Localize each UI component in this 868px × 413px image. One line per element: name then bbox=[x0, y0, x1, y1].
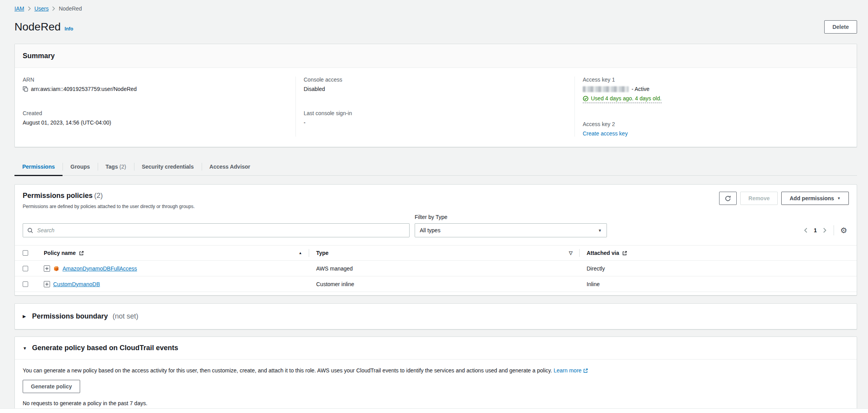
remove-button[interactable]: Remove bbox=[740, 192, 778, 205]
policy-type: AWS managed bbox=[316, 265, 353, 272]
console-access-field: Console access Disabled bbox=[304, 77, 567, 92]
access-key1-label: Access key 1 bbox=[583, 77, 849, 83]
divider bbox=[834, 225, 834, 235]
arn-label: ARN bbox=[23, 77, 288, 83]
row-checkbox[interactable] bbox=[23, 266, 28, 271]
page-header: NodeRed Info Delete bbox=[14, 20, 857, 34]
delete-button[interactable]: Delete bbox=[824, 20, 857, 34]
policies-table-header: Policy name ▲ Type ▽ Attached via bbox=[15, 245, 857, 261]
external-link-icon bbox=[583, 368, 588, 373]
arn-value: arn:aws:iam::409192537759:user/NodeRed bbox=[31, 86, 137, 92]
current-page-number[interactable]: 1 bbox=[810, 227, 821, 233]
breadcrumb-current: NodeRed bbox=[59, 5, 82, 12]
page-title: NodeRed bbox=[14, 21, 61, 33]
search-input[interactable] bbox=[36, 227, 405, 234]
policy-type: Customer inline bbox=[316, 281, 354, 287]
permissions-policies-title: Permissions policies bbox=[23, 192, 93, 199]
previous-page-button[interactable] bbox=[802, 226, 810, 235]
created-label: Created bbox=[23, 110, 288, 116]
column-header-type[interactable]: Type ▽ bbox=[309, 246, 580, 260]
caret-right-icon: ▶ bbox=[23, 314, 27, 319]
last-signin-label: Last console sign-in bbox=[304, 110, 567, 116]
breadcrumb-link-iam[interactable]: IAM bbox=[14, 5, 24, 12]
generate-policy-body: You can generate a new policy based on t… bbox=[15, 360, 857, 413]
permissions-policies-description: Permissions are defined by policies atta… bbox=[23, 204, 195, 209]
tab-groups[interactable]: Groups bbox=[63, 158, 98, 175]
permissions-policies-header: Permissions policies (2) Permissions are… bbox=[15, 185, 857, 211]
iam-user-detail-page: IAM Users NodeRed NodeRed Info Delete Su… bbox=[0, 0, 868, 413]
next-page-button[interactable] bbox=[821, 226, 829, 235]
last-signin-field: Last console sign-in - bbox=[304, 110, 567, 126]
type-filter-select[interactable]: All types ▼ bbox=[415, 223, 607, 237]
select-all-checkbox[interactable] bbox=[23, 250, 28, 256]
pagination: 1 ⚙ bbox=[802, 223, 849, 237]
permissions-policies-actions: Remove Add permissions▼ bbox=[719, 192, 849, 205]
permissions-boundary-title: Permissions boundary bbox=[32, 312, 108, 320]
expand-row-icon[interactable] bbox=[44, 265, 50, 272]
tab-access-advisor[interactable]: Access Advisor bbox=[202, 158, 258, 175]
access-key1-field: Access key 1 - Active Used 4 days ago. 4… bbox=[583, 77, 849, 103]
search-box bbox=[23, 223, 410, 237]
sort-ascending-icon[interactable]: ▲ bbox=[299, 251, 302, 255]
access-key2-label: Access key 2 bbox=[583, 121, 849, 127]
tab-tags[interactable]: Tags (2) bbox=[98, 158, 134, 175]
type-filter-value: All types bbox=[420, 227, 440, 233]
redacted-access-key bbox=[583, 86, 629, 92]
generate-policy-card: ▼ Generate policy based on CloudTrail ev… bbox=[14, 336, 857, 413]
access-key1-status: - Active bbox=[632, 86, 650, 92]
policies-table: Policy name ▲ Type ▽ Attached via bbox=[15, 245, 857, 295]
tab-permissions[interactable]: Permissions bbox=[14, 158, 63, 175]
generate-policy-toggle[interactable]: ▼ Generate policy based on CloudTrail ev… bbox=[15, 337, 857, 360]
info-link[interactable]: Info bbox=[64, 26, 73, 32]
column-filter-icon[interactable]: ▽ bbox=[569, 250, 573, 256]
summary-card: Summary ARN arn:aws:iam::409192537759:us… bbox=[14, 44, 857, 147]
add-permissions-button[interactable]: Add permissions▼ bbox=[781, 192, 849, 205]
breadcrumb-link-users[interactable]: Users bbox=[34, 5, 49, 12]
access-key1-usage: Used 4 days ago. 4 days old. bbox=[583, 95, 662, 103]
console-access-label: Console access bbox=[304, 77, 567, 83]
summary-title: Summary bbox=[23, 52, 55, 60]
summary-column-3: Access key 1 - Active Used 4 days ago. 4… bbox=[575, 77, 857, 137]
check-circle-icon bbox=[583, 96, 589, 101]
learn-more-link[interactable]: Learn more bbox=[554, 367, 589, 374]
policy-link[interactable]: AmazonDynamoDBFullAccess bbox=[63, 265, 137, 272]
policy-attached-via: Inline bbox=[587, 281, 600, 287]
external-link-icon bbox=[79, 251, 84, 256]
summary-card-header: Summary bbox=[15, 44, 857, 68]
table-row: CustomDymanoDB Customer inline Inline bbox=[15, 276, 857, 292]
created-value: August 01, 2023, 14:56 (UTC-04:00) bbox=[23, 119, 111, 126]
create-access-key-link[interactable]: Create access key bbox=[583, 130, 628, 137]
expand-row-icon[interactable] bbox=[44, 281, 50, 287]
table-filter-row: Filter by Type All types ▼ 1 ⚙ bbox=[15, 211, 857, 237]
column-header-policy-name[interactable]: Policy name ▲ bbox=[37, 246, 309, 260]
search-icon bbox=[27, 228, 33, 233]
summary-grid: ARN arn:aws:iam::409192537759:user/NodeR… bbox=[15, 68, 857, 147]
caret-down-icon: ▼ bbox=[598, 229, 602, 232]
summary-column-2: Console access Disabled Last console sig… bbox=[296, 77, 575, 137]
row-checkbox[interactable] bbox=[23, 281, 28, 287]
type-filter-label: Filter by Type bbox=[415, 214, 607, 220]
refresh-button[interactable] bbox=[719, 192, 737, 205]
column-header-attached-via[interactable]: Attached via bbox=[580, 246, 857, 260]
last-signin-value: - bbox=[304, 119, 306, 126]
caret-down-icon: ▼ bbox=[837, 197, 841, 200]
permissions-boundary-status: (not set) bbox=[113, 312, 138, 320]
permissions-boundary-card: ▶ Permissions boundary (not set) bbox=[14, 303, 857, 329]
generate-policy-title: Generate policy based on CloudTrail even… bbox=[32, 344, 178, 352]
policy-attached-via: Directly bbox=[587, 265, 605, 272]
breadcrumb-chevron-icon bbox=[28, 6, 31, 11]
tab-security-credentials[interactable]: Security credentials bbox=[134, 158, 202, 175]
table-row: AmazonDynamoDBFullAccess AWS managed Dir… bbox=[15, 261, 857, 276]
breadcrumb-chevron-icon bbox=[52, 6, 55, 11]
table-settings-gear-icon[interactable]: ⚙ bbox=[839, 226, 849, 234]
copy-icon[interactable] bbox=[23, 86, 28, 92]
arn-field: ARN arn:aws:iam::409192537759:user/NodeR… bbox=[23, 77, 288, 92]
summary-column-1: ARN arn:aws:iam::409192537759:user/NodeR… bbox=[15, 77, 296, 137]
generate-policy-button[interactable]: Generate policy bbox=[23, 380, 80, 393]
permissions-boundary-toggle[interactable]: ▶ Permissions boundary (not set) bbox=[15, 304, 857, 329]
breadcrumb: IAM Users NodeRed bbox=[14, 5, 857, 12]
policy-link[interactable]: CustomDymanoDB bbox=[53, 281, 100, 287]
external-link-icon bbox=[622, 251, 627, 256]
permissions-policies-count: (2) bbox=[94, 192, 103, 199]
type-filter: Filter by Type All types ▼ bbox=[415, 214, 607, 237]
